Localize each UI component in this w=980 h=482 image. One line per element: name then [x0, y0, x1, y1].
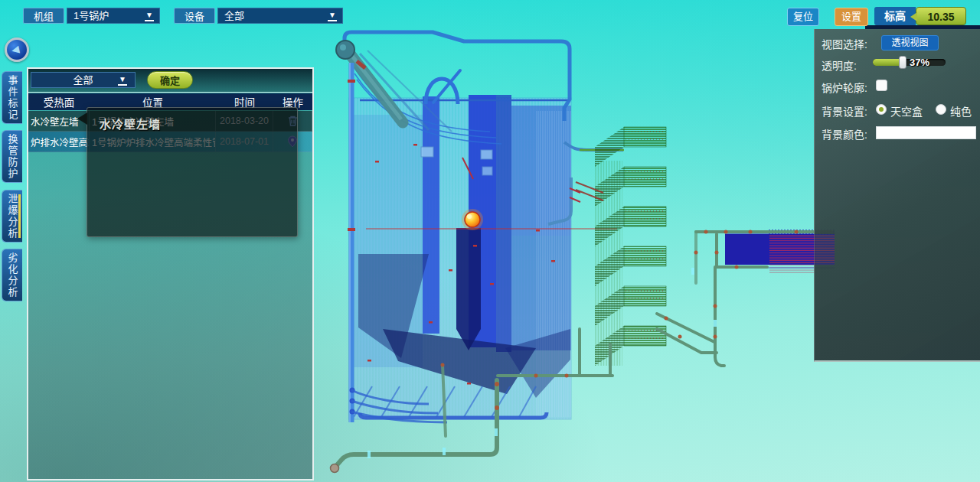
unit-dropdown-value: 1号锅炉	[74, 10, 109, 21]
reset-button[interactable]: 复位	[787, 8, 819, 26]
opacity-label: 透明度:	[822, 57, 857, 73]
device-label-button: 设备	[174, 8, 215, 24]
tab-degradation[interactable]: 劣化分析	[2, 249, 22, 301]
chevron-down-icon: ▼	[118, 74, 127, 86]
event-panel-header: 全部 ▼ 确定	[28, 69, 312, 93]
outline-checkbox[interactable]	[876, 80, 887, 91]
skybox-label: 天空盒	[890, 103, 923, 119]
bg-color-label: 背景颜色:	[822, 126, 867, 142]
opacity-slider-fill	[873, 59, 902, 66]
solid-color-label: 纯色	[950, 103, 972, 119]
bg-mode-label: 背景设置:	[822, 103, 867, 119]
tab-tube-protection[interactable]: 换管防护	[2, 130, 22, 183]
skybox-radio[interactable]	[876, 104, 887, 115]
tooltip-text: 水冷壁左墙	[100, 116, 161, 132]
tab-vent-analysis[interactable]: 泄爆分析	[2, 190, 22, 243]
surface-tooltip: 水冷壁左墙	[87, 107, 298, 237]
opacity-value: 37%	[910, 57, 929, 68]
elevation-value: 10.35	[916, 7, 966, 25]
back-arrow-icon: ◀	[11, 43, 21, 56]
device-dropdown[interactable]: 全部 ▼	[217, 8, 343, 24]
view-select-label: 视图选择:	[822, 36, 867, 51]
cell-surface: 炉排水冷壁高端	[28, 132, 90, 152]
solid-color-radio[interactable]	[936, 104, 946, 115]
elevation-label: 标高	[874, 7, 916, 25]
tab-event-marks[interactable]: 事件标记	[2, 71, 22, 124]
economizer-bundles	[576, 127, 666, 366]
perspective-view-button[interactable]: 透视视图	[881, 35, 939, 50]
col-surface: 受热面	[28, 94, 90, 109]
unit-label-button: 机组	[23, 8, 64, 24]
view-settings-panel: 视图选择: 透视视图 透明度: 37% 锅炉轮廓: 背景设置: 天空盒 纯色 背…	[814, 29, 980, 362]
back-button[interactable]: ◀	[5, 37, 29, 62]
chevron-down-icon: ▼	[328, 10, 337, 21]
confirm-button[interactable]: 确定	[147, 71, 193, 89]
unit-dropdown[interactable]: 1号锅炉 ▼	[67, 8, 160, 24]
outline-label: 锅炉轮廓:	[822, 80, 867, 95]
chevron-down-icon: ▼	[145, 10, 154, 21]
bg-color-swatch[interactable]	[876, 126, 976, 139]
pipe-end-cap	[331, 464, 339, 473]
device-dropdown-value: 全部	[224, 10, 244, 21]
event-marker-sphere[interactable]	[462, 209, 483, 230]
settings-button[interactable]: 设置	[835, 8, 868, 26]
surface-filter-value: 全部	[73, 74, 93, 86]
surface-filter-dropdown[interactable]: 全部 ▼	[31, 72, 136, 88]
panel-top-edge	[865, 25, 980, 29]
opacity-slider-handle[interactable]	[899, 56, 906, 69]
boiler-monitor-app: 机组 1号锅炉 ▼ 设备 全部 ▼ 复位 设置 标高 10.35 ◀ 事件标记 …	[0, 0, 980, 482]
